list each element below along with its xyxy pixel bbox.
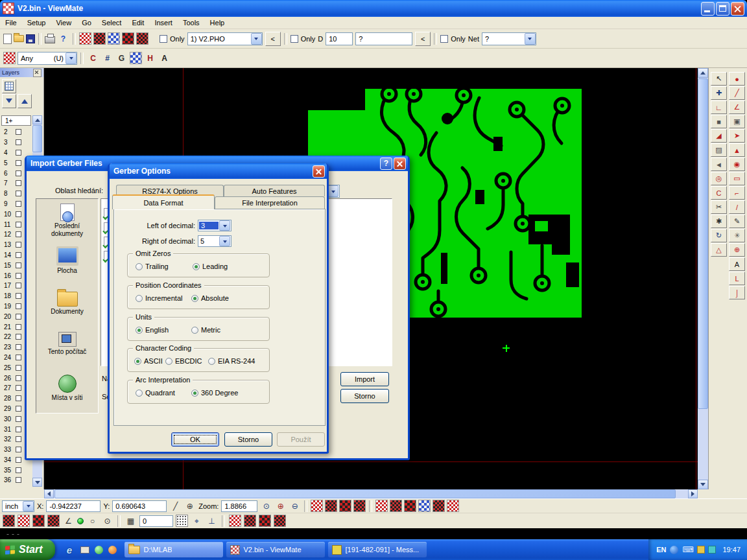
layer-color-box[interactable] [16,467,21,473]
diagonal-measure-icon[interactable]: ╱ [169,500,182,512]
step-tool-icon[interactable]: ⌐ [729,186,745,200]
scroll-up-icon[interactable] [698,68,708,78]
only-layer-checkbox[interactable] [160,35,167,43]
draw-mode-icon[interactable] [274,515,286,527]
tray-app-icon[interactable] [697,546,705,554]
hook-tool-icon[interactable]: ⌡ [729,286,745,299]
layer-color-box[interactable] [16,139,21,145]
anchor-corner-icon[interactable]: ⊥ [206,515,218,527]
grid-toggle-icon[interactable]: ▦ [124,515,137,527]
layer-color-box[interactable] [16,416,21,422]
layer-color-box[interactable] [16,293,21,299]
menu-view[interactable]: View [51,18,77,28]
layer-color-box[interactable] [16,160,21,166]
rotate-tool-icon[interactable]: ↻ [711,229,727,242]
chevron-down-icon[interactable] [219,236,230,246]
aperture-grid-icon[interactable] [3,52,16,64]
layer-color-box[interactable] [16,355,21,360]
dcode-view-icon[interactable] [311,500,323,512]
chevron-down-icon[interactable] [23,501,34,511]
cut-tool-icon[interactable]: ✂ [711,200,727,214]
polygon-tool-icon[interactable]: ▲ [729,143,745,157]
radio-ascii[interactable]: ASCII [134,357,163,365]
y-coordinate-field[interactable]: 0.690643 [112,500,167,512]
select-rect-tool-icon[interactable]: ▭ [729,172,745,185]
negative-view-icon[interactable] [229,515,241,527]
rotate-view-icon[interactable] [433,500,445,512]
pad-tool-icon[interactable]: ■ [711,115,727,128]
dot-grid-icon[interactable] [176,515,188,527]
layer-color-box[interactable] [16,395,21,401]
maximize-restore-button[interactable] [716,2,729,16]
mirror-tool-icon[interactable]: ◄ [711,158,727,171]
current-layer-indicator[interactable]: 1+ [1,115,31,126]
layer-table-button[interactable] [2,79,16,93]
layers-view-icon[interactable] [404,500,416,512]
layer-color-box[interactable] [16,385,21,391]
corner-tool-icon[interactable]: ∟ [711,100,727,114]
probe-circle-icon[interactable]: ⊙ [101,515,113,527]
chevron-down-icon[interactable] [525,33,536,45]
dcode-table-icon[interactable] [79,32,91,45]
ok-button[interactable]: OK [171,432,219,447]
close-button[interactable] [394,158,406,170]
traces-view-icon[interactable] [353,500,366,512]
composite-view-icon[interactable] [244,515,256,527]
pads-view-icon[interactable] [339,500,351,512]
layer-color-box[interactable] [16,262,21,268]
layer-colors-icon[interactable] [122,32,134,45]
save-file-icon[interactable] [26,34,35,43]
probe-tool-icon[interactable]: ⊕ [729,243,745,257]
menu-file[interactable]: File [0,18,22,28]
layer-color-box[interactable] [16,426,21,432]
menu-setup[interactable]: Setup [22,18,51,28]
clock[interactable]: 19:47 [722,546,741,554]
close-icon[interactable] [33,69,42,77]
aperture-view-icon[interactable] [325,500,337,512]
flash-mode-icon[interactable] [259,515,271,527]
layer-color-box[interactable] [16,375,21,381]
import-button[interactable]: Import [340,372,389,386]
selection-mode-combo[interactable]: Any (U) [18,52,77,65]
cancel-button[interactable]: Storno [224,432,272,447]
layer-combo[interactable]: 1) V2.PHO [187,32,263,45]
layer-move-up-button[interactable] [18,94,32,108]
zoom-out-icon[interactable]: ⊖ [289,500,301,512]
measure-tool-icon[interactable]: △ [711,243,727,257]
start-button[interactable]: Start [0,539,55,560]
context-help-icon[interactable]: ? [57,32,69,45]
show-desktop-icon[interactable] [80,546,89,554]
apply-button[interactable]: Použít [277,432,325,447]
only-net-checkbox[interactable] [440,35,448,43]
open-file-icon[interactable] [14,35,24,42]
minimize-button[interactable] [701,2,715,16]
text-select-icon[interactable]: A [158,52,171,64]
layer-color-box[interactable] [16,303,21,309]
vertical-scrollbar-thumb[interactable] [698,78,708,409]
layer-color-box[interactable] [16,222,21,228]
scroll-right-icon[interactable] [688,489,698,498]
net-combo[interactable]: ? [482,32,536,45]
x-coordinate-field[interactable]: -0.942237 [46,500,101,512]
menu-go[interactable]: Go [77,18,97,28]
pan-tool-icon[interactable]: ✚ [711,86,727,100]
tab-auto-features[interactable]: Auto Features [224,185,325,196]
layers-scrollbar-thumb[interactable] [32,125,42,152]
radio-absolute[interactable]: Absolute [191,294,229,302]
layer-color-box[interactable] [16,242,21,248]
dcode-input[interactable]: 10 [326,32,353,45]
layer-color-box[interactable] [16,129,21,135]
place-network[interactable]: Místa v síti [36,370,98,413]
star-tool-icon[interactable]: ✱ [711,215,727,228]
scroll-up-icon[interactable] [32,115,42,124]
radio-leading[interactable]: Leading [193,262,228,270]
target-tool-icon[interactable]: ◉ [729,158,745,171]
units-combo[interactable]: inch [2,500,34,512]
layer-color-box[interactable] [16,283,21,288]
film-box-icon[interactable] [108,32,120,45]
lasso-icon[interactable]: ○ [86,515,99,527]
scroll-down-icon[interactable] [698,480,708,489]
trace-tool-icon[interactable]: ∠ [729,100,745,114]
language-indicator[interactable]: EN [656,546,666,554]
slice-tool-icon[interactable]: / [729,200,745,214]
